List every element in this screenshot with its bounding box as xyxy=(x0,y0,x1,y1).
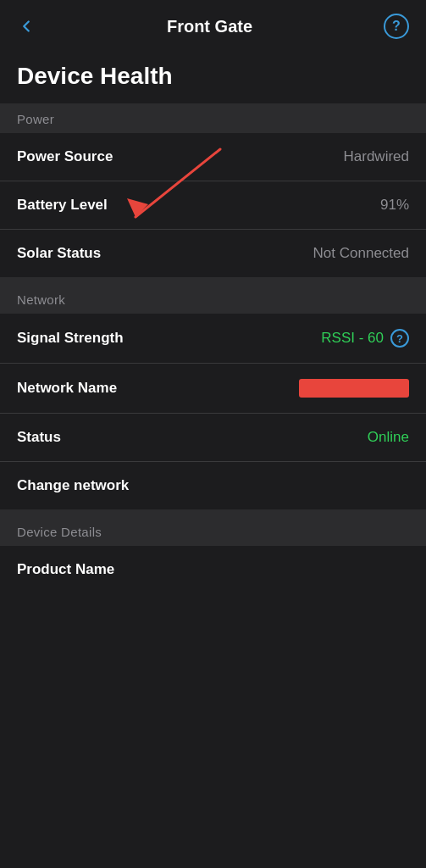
change-network-row[interactable]: Change network xyxy=(0,461,426,509)
header-title: Front Gate xyxy=(36,17,384,36)
power-section-body: Power Source Hardwired Battery Level 91%… xyxy=(0,133,426,277)
network-name-row: Network Name xyxy=(0,364,426,414)
signal-strength-value: RSSI - 60 xyxy=(321,330,384,347)
status-value: Online xyxy=(368,429,409,446)
device-details-section-header: Device Details xyxy=(0,516,426,546)
signal-strength-value-container: RSSI - 60 ? xyxy=(321,329,409,348)
battery-level-value: 91% xyxy=(380,197,409,214)
power-section-header: Power xyxy=(0,103,426,133)
battery-level-row: Battery Level 91% xyxy=(0,181,426,230)
power-source-value: Hardwired xyxy=(344,148,409,165)
solar-status-row: Solar Status Not Connected xyxy=(0,230,426,277)
page-title: Device Health xyxy=(0,49,426,103)
solar-status-value: Not Connected xyxy=(313,245,409,262)
battery-level-label: Battery Level xyxy=(17,197,108,214)
network-name-redacted xyxy=(299,379,409,398)
header: Front Gate ? xyxy=(0,0,426,49)
status-row: Status Online xyxy=(0,414,426,461)
signal-strength-label: Signal Strength xyxy=(17,330,124,347)
solar-status-label: Solar Status xyxy=(17,245,101,262)
network-name-label: Network Name xyxy=(17,380,117,397)
section-divider-1 xyxy=(0,277,426,284)
section-divider-2 xyxy=(0,509,426,516)
change-network-label: Change network xyxy=(17,477,129,494)
power-source-row: Power Source Hardwired xyxy=(0,133,426,181)
help-button[interactable]: ? xyxy=(384,14,409,39)
network-section-body: Signal Strength RSSI - 60 ? Network Name… xyxy=(0,314,426,461)
device-details-section: Device Details Product Name xyxy=(0,516,426,593)
product-name-row: Product Name xyxy=(0,546,426,593)
power-section: Power Power Source Hardwired Battery Lev… xyxy=(0,103,426,277)
power-source-label: Power Source xyxy=(17,148,113,165)
back-button[interactable] xyxy=(17,17,36,36)
signal-strength-row: Signal Strength RSSI - 60 ? xyxy=(0,314,426,364)
network-section-header: Network xyxy=(0,284,426,314)
status-label: Status xyxy=(17,429,61,446)
device-details-section-body: Product Name xyxy=(0,546,426,593)
product-name-label: Product Name xyxy=(17,561,114,578)
signal-help-button[interactable]: ? xyxy=(390,329,409,348)
network-section: Network Signal Strength RSSI - 60 ? Netw… xyxy=(0,284,426,509)
